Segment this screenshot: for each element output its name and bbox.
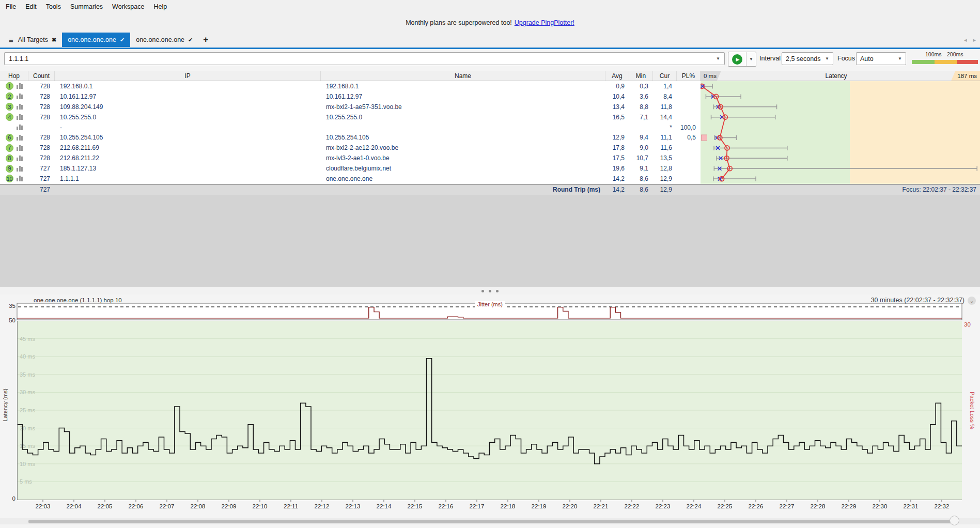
menu-item-file[interactable]: File [1,1,21,12]
upgrade-link[interactable]: Upgrade PingPlotter! [515,19,574,26]
hop-badge: 10 [6,175,13,182]
count-cell: 728 [28,143,55,153]
header-name[interactable]: Name [321,71,605,81]
menu-item-edit[interactable]: Edit [21,1,41,12]
chart-icon [17,176,23,181]
toolbar: 1.1.1.1 ▼ ▶ ▼ Interval 2,5 seconds ▼ Foc… [0,49,980,71]
tab-one-one-one-one-active[interactable]: one.one.one.one ✔ [62,33,130,47]
spacer [0,184,28,195]
hamburger-icon: ≡ [9,36,13,44]
interval-value: 2,5 seconds [786,55,820,63]
chevron-down-icon[interactable]: ▼ [716,56,720,61]
tab-label: one.one.one.one [68,36,116,43]
packet-loss-axis-label: Packet Loss % [969,392,975,429]
latency-scale-max: 187 ms [951,71,980,81]
tab-scroll-right-icon[interactable]: ▸ [973,37,976,43]
spacer [55,184,321,195]
pl-cell: 0,5 [677,132,701,143]
interval-select[interactable]: 2,5 seconds ▼ [782,52,833,65]
svg-text:22:09: 22:09 [222,503,237,509]
latency-scale-min: 0 ms [701,71,721,81]
round-trip-count: 727 [28,184,55,195]
round-trip-avg: 14,2 [605,184,629,195]
play-button[interactable]: ▶ [732,54,742,65]
chart-icon [17,83,23,89]
header-avg[interactable]: Avg [605,71,629,81]
min-cell: 8,8 [629,102,653,112]
banner-text: Monthly plans are superpowered too! [406,19,512,26]
play-options-dropdown-icon[interactable]: ▼ [746,57,756,61]
check-icon: ✔ [120,37,125,43]
tab-all-targets[interactable]: ≡ All Targets ✖ [3,33,62,47]
cur-cell: 1,4 [653,81,677,91]
min-cell: 0,3 [629,81,653,91]
chevron-down-icon: ▼ [898,56,902,61]
menu-item-workspace[interactable]: Workspace [107,1,149,12]
cur-cell: 11,6 [653,143,677,153]
min-cell: 9,4 [629,132,653,143]
tab-bar: ≡ All Targets ✖ one.one.one.one ✔ one.on… [0,32,980,49]
avg-cell: 16,5 [605,112,629,122]
timeline-panel: 45 ms40 ms35 ms30 ms25 ms20 ms15 ms10 ms… [0,294,980,528]
header-ip[interactable]: IP [55,71,321,81]
new-tab-button[interactable]: + [198,35,213,45]
ip-cell: - [55,122,321,133]
panel-splitter-handle[interactable] [0,287,980,294]
svg-text:22:23: 22:23 [656,503,671,509]
trace-table-header: Hop Count IP Name Avg Min Cur PL% 0 ms L… [0,71,980,81]
ip-cell: 192.168.0.1 [55,81,321,91]
chart-icon [17,166,23,172]
timeline-chart: 45 ms40 ms35 ms30 ms25 ms20 ms15 ms10 ms… [0,294,980,528]
svg-text:22:03: 22:03 [36,503,51,509]
latency-scale-title: Latency [721,71,951,81]
avg-cell: 19,6 [605,163,629,174]
ip-cell: 10.255.255.0 [55,112,321,122]
svg-text:22:06: 22:06 [129,503,144,509]
latency-axis-max: 50 [4,317,15,323]
ip-cell: 185.1.127.13 [55,163,321,174]
round-trip-min: 8,6 [629,184,653,195]
focus-select[interactable]: Auto ▼ [856,52,906,65]
scrollbar-thumb[interactable] [28,520,958,523]
name-cell: mx-bxl2-2-ae12-20.voo.be [321,143,605,153]
svg-text:22:17: 22:17 [470,503,485,509]
name-cell: 10.255.255.0 [321,112,605,122]
header-hop[interactable]: Hop [0,71,28,81]
menu-item-tools[interactable]: Tools [41,1,66,12]
header-pl[interactable]: PL% [677,71,701,81]
pl-cell [677,163,701,174]
close-tab-icon[interactable]: ✖ [52,37,56,43]
avg-cell [605,122,629,133]
legend-red-segment [957,60,978,64]
latency-axis-min: 0 [4,495,15,502]
header-count[interactable]: Count [28,71,55,81]
latency-color-legend: 100ms 200ms [912,51,978,67]
time-range-selector[interactable]: 30 minutes (22:02:37 - 22:32:37) [871,297,965,304]
menu-item-help[interactable]: Help [149,1,172,12]
pl-cell [677,112,701,122]
header-min[interactable]: Min [629,71,653,81]
menu-item-summaries[interactable]: Summaries [66,1,107,12]
pl-cell: 100,0 [677,122,701,133]
name-cell: mx-lvl3-2-ae1-0.voo.be [321,153,605,163]
name-cell: 192.168.0.1 [321,81,605,91]
pl-cell [677,174,701,184]
svg-text:22:28: 22:28 [811,503,826,509]
scrollbar-knob[interactable] [950,516,959,525]
target-input[interactable]: 1.1.1.1 ▼ [4,52,725,65]
svg-text:22:22: 22:22 [625,503,640,509]
hop-badge: 6 [6,134,13,142]
count-cell: 728 [28,132,55,143]
count-cell: 728 [28,102,55,112]
chevron-down-icon[interactable]: ⌄ [968,297,976,305]
check-icon: ✔ [188,37,193,43]
tab-one-one-one-one[interactable]: one.one.one.one ✔ [130,33,198,47]
header-cur[interactable]: Cur [653,71,677,81]
svg-text:22:25: 22:25 [718,503,733,509]
hop-badge: 2 [6,92,13,100]
svg-text:22:20: 22:20 [563,503,578,509]
svg-text:22:14: 22:14 [377,503,392,509]
svg-text:22:29: 22:29 [842,503,857,509]
tab-scroll-left-icon[interactable]: ◂ [964,37,967,43]
svg-text:22:26: 22:26 [749,503,764,509]
